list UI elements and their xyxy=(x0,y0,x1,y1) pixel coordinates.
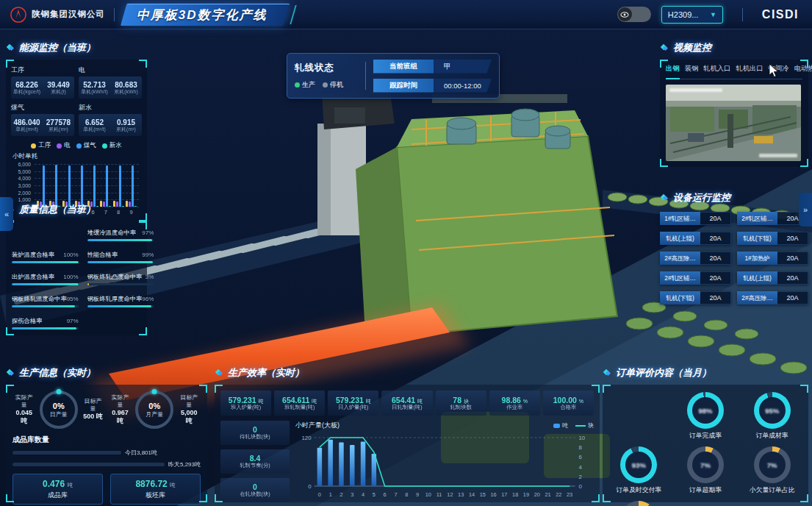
equipment-monitor-panel: 设备运行监控 1#轧区辅…20A 2#轧区辅…20A 轧机(上辊)20A 轧机(… xyxy=(660,191,808,304)
equipment-reading: 轧机(下辊)20A xyxy=(737,232,808,245)
efficiency-panel-title: 生产效率（实时） xyxy=(215,366,600,380)
order-donut: 10% 欠量订单占比 xyxy=(607,501,671,506)
chevron-down-icon: ▼ xyxy=(710,11,716,18)
inventory-title: 成品库数量 xyxy=(12,435,201,445)
tab-mill-entry[interactable]: 轧机入口 xyxy=(703,64,730,76)
diamond-icon xyxy=(660,193,669,202)
energy-value: 52.713 xyxy=(79,81,110,89)
company-logo xyxy=(10,7,26,23)
heat-number-dropdown[interactable]: H2309... ▼ xyxy=(661,6,723,24)
legend-item[interactable]: 新水 xyxy=(102,141,122,150)
legend-item[interactable]: 块 xyxy=(575,421,594,430)
camera-watermark xyxy=(759,154,797,157)
tab-mill-exit[interactable]: 轧机出口 xyxy=(736,64,763,76)
tracking-time-row: 跟踪时间 00:00-12:00 xyxy=(373,79,492,93)
energy-value: 0.915 xyxy=(110,118,142,126)
camera-video-feed[interactable] xyxy=(666,85,801,161)
equipment-panel-title: 设备运行监控 xyxy=(660,191,808,204)
svg-text:22: 22 xyxy=(556,491,561,498)
energy-monitor-panel: 能源监控（当班） 工序 68.226单耗(kgce/t) 39.449累耗(t)… xyxy=(6,41,147,221)
tab-tapping[interactable]: 出钢 xyxy=(666,64,680,76)
side-stat: 0待轧块数(块) xyxy=(220,421,290,445)
equipment-reading: 2#高压除…20A xyxy=(737,291,808,304)
production-info-panel: 生产信息（实时） 实际产量0.045 吨 0%日产量 目标产量500 吨 实际产… xyxy=(6,366,207,502)
divider xyxy=(365,62,366,90)
equipment-reading: 1#加热炉20A xyxy=(737,252,808,265)
legend-item[interactable]: 吨 xyxy=(553,421,568,430)
quality-metric: 钢板终轧温度命中率95% xyxy=(12,295,79,307)
energy-stat-name: 新水 xyxy=(79,103,142,113)
title-accent xyxy=(290,5,296,24)
energy-panel-title: 能源监控（当班） xyxy=(6,41,147,54)
status-legend-producing: 生产 xyxy=(295,80,315,90)
inventory-bar-yesterday: 昨天5,293吨 xyxy=(12,460,201,468)
line-status-title: 轧线状态 xyxy=(295,62,358,74)
energy-stat-name: 电 xyxy=(79,65,142,75)
svg-text:18: 18 xyxy=(512,491,518,498)
order-donut: 7% 小欠量订单占比 xyxy=(740,446,804,495)
svg-text:16: 16 xyxy=(490,491,496,498)
daily-output-gauge: 实际产量0.045 吨 0%日产量 目标产量500 吨 xyxy=(12,391,104,429)
page-title: 中厚板3D数字化产线 xyxy=(121,4,290,26)
equipment-reading: 轧机(上辊)20A xyxy=(660,232,731,245)
kpi-card: 98.86 %作业率 xyxy=(489,391,540,416)
legend-item[interactable]: 煤气 xyxy=(76,141,96,150)
equipment-reading: 轧机(下辊)20A xyxy=(660,291,731,304)
equipment-reading: 2#轧区辅…20A xyxy=(660,271,731,285)
order-donut: 7% 订单超期率 xyxy=(674,446,738,495)
equipment-current-grid: 1#轧区辅…20A 2#轧区辅…20A 轧机(上辊)20A 轧机(下辊)20A … xyxy=(660,212,808,304)
rolling-line-status-panel: 轧线状态 生产 停机 当前班组 甲 跟踪时间 00:00-12:00 xyxy=(287,53,500,99)
header-divider xyxy=(114,8,115,21)
energy-chart-ylabel: 小时单耗 xyxy=(12,152,142,161)
visibility-toggle[interactable] xyxy=(617,7,651,22)
legend-item[interactable]: 电 xyxy=(57,141,71,150)
quality-metric: 探伤合格率97% xyxy=(12,317,79,329)
svg-text:20: 20 xyxy=(534,491,540,498)
energy-stat-name: 工序 xyxy=(11,65,74,75)
quality-panel-title: 质量信息（当班） xyxy=(6,203,147,216)
svg-text:5: 5 xyxy=(373,491,376,498)
energy-stat-name: 煤气 xyxy=(11,103,74,113)
company-name: 陕钢集团汉钢公司 xyxy=(32,9,105,20)
tab-charging[interactable]: 装钢 xyxy=(685,64,699,76)
order-donut: 93% 订单及时交付率 xyxy=(607,446,671,495)
energy-unit: 累耗(m³) xyxy=(110,126,142,132)
quality-metric: 装炉温度合格率100% xyxy=(12,251,79,263)
heat-number-value: H2309... xyxy=(668,10,699,19)
slab-stock-card: 8876.72 吨 板坯库 xyxy=(110,474,201,505)
current-shift-row: 当前班组 甲 xyxy=(373,60,492,74)
equipment-reading: 2#高压除…20A xyxy=(660,252,731,265)
collapse-left-tab[interactable]: « xyxy=(0,197,13,231)
energy-unit: 累耗(m³) xyxy=(43,126,74,132)
energy-hourly-bar-chart: 01,0002,0003,0004,0005,0006,00023456789 xyxy=(35,164,139,207)
svg-text:14: 14 xyxy=(469,491,475,498)
svg-text:2: 2 xyxy=(339,491,342,498)
legend-item[interactable]: 工序 xyxy=(31,141,51,150)
energy-unit: 单耗(kgce/t) xyxy=(11,89,43,95)
quality-metric: 钢板终轧凸度命中率3% xyxy=(87,273,154,285)
header-divider xyxy=(742,8,743,21)
svg-text:1: 1 xyxy=(329,491,332,498)
diamond-icon xyxy=(6,368,15,377)
svg-text:13: 13 xyxy=(458,491,464,498)
svg-text:8: 8 xyxy=(405,491,408,498)
energy-unit: 单耗(m³/t) xyxy=(11,126,43,132)
svg-text:12: 12 xyxy=(447,491,453,498)
svg-text:120: 120 xyxy=(302,435,312,441)
svg-text:7: 7 xyxy=(394,491,397,498)
energy-unit: 累耗(kWh) xyxy=(110,89,142,95)
camera-tabs: 出钢 装钢 轧机入口 轧机出口 中间冷 电动热… xyxy=(666,64,802,79)
svg-text:0: 0 xyxy=(308,483,312,490)
monthly-output-gauge: 实际产量0.967 吨 0%月产量 目标产量5,000 吨 xyxy=(109,391,201,429)
hourly-chart-title: 小时产量(大板) xyxy=(295,421,339,430)
kpi-card: 654.41 吨日轧制量(吨) xyxy=(381,391,432,416)
svg-text:9: 9 xyxy=(416,491,419,498)
quality-metric: 钢板终轧厚度命中率96% xyxy=(87,295,154,307)
svg-text:21: 21 xyxy=(545,491,550,498)
energy-unit: 单耗(m³/t) xyxy=(79,126,110,132)
eye-icon xyxy=(620,10,629,19)
collapse-right-tab[interactable]: » xyxy=(799,193,812,227)
diamond-icon xyxy=(6,43,15,52)
tab-electric-hot-saw[interactable]: 电动热… xyxy=(794,64,812,76)
svg-text:23: 23 xyxy=(567,491,572,498)
